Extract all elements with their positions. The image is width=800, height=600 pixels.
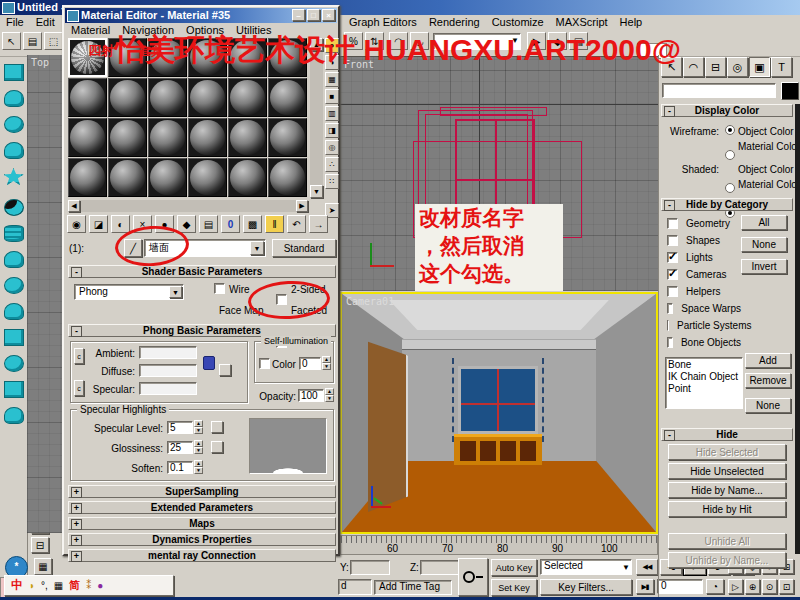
assign-material-to-selection-icon[interactable]: ◐ bbox=[111, 215, 130, 233]
star-icon[interactable] bbox=[4, 168, 24, 185]
menu-edit[interactable]: Edit bbox=[30, 15, 61, 29]
particle-systems-checkbox[interactable] bbox=[667, 320, 669, 331]
ime-keyboard-icon[interactable]: ▦ bbox=[54, 580, 63, 591]
display-color-rollout-header[interactable]: - Display Color bbox=[661, 104, 793, 117]
go-to-parent-icon[interactable]: ↶ bbox=[287, 215, 306, 233]
chevron-down-icon[interactable]: ▼ bbox=[250, 241, 264, 255]
ambient-diffuse-side-lock[interactable]: c bbox=[74, 348, 84, 364]
set-keys-button[interactable] bbox=[458, 558, 488, 596]
make-unique-icon[interactable]: ◆ bbox=[177, 215, 196, 233]
wire-checkbox[interactable] bbox=[214, 283, 225, 294]
add-list-button[interactable]: Add bbox=[745, 353, 791, 368]
material-sample-slot[interactable] bbox=[228, 78, 267, 117]
material-sample-slot[interactable] bbox=[148, 158, 187, 197]
ime-halfmoon-icon[interactable]: ◗ bbox=[29, 580, 35, 591]
material-sample-slot[interactable] bbox=[268, 118, 307, 157]
spindle-icon[interactable] bbox=[4, 142, 24, 159]
shading-dropdown[interactable]: Phong ▼ bbox=[74, 284, 184, 300]
material-id-channel-icon[interactable]: 0 bbox=[221, 215, 240, 233]
material-sample-slot[interactable] bbox=[68, 118, 107, 157]
expand-icon[interactable]: + bbox=[71, 503, 82, 514]
top-viewport[interactable]: Top bbox=[27, 55, 62, 533]
chevron-down-icon[interactable]: ▼ bbox=[169, 286, 182, 298]
chevron-down-icon[interactable]: ▼ bbox=[622, 563, 630, 572]
all-button[interactable]: All bbox=[741, 215, 787, 230]
opacity-field[interactable]: 100 bbox=[298, 389, 324, 402]
unhide-by-name-button[interactable]: Unhide by Name... bbox=[668, 552, 786, 568]
expand-icon[interactable]: + bbox=[71, 535, 82, 546]
tube-icon[interactable] bbox=[4, 277, 24, 294]
collapse-icon[interactable]: - bbox=[664, 200, 675, 211]
material-sample-slot[interactable] bbox=[228, 158, 267, 197]
ime-bar[interactable]: 中 ◗ °, ▦ 简 ⁑ ● bbox=[4, 575, 174, 596]
camera-viewport[interactable]: Camera01 bbox=[340, 292, 658, 534]
menu-maxscript[interactable]: MAXScript bbox=[550, 15, 614, 29]
maximize-button[interactable]: □ bbox=[307, 9, 320, 21]
key-mode-toggle[interactable]: ▶▮ bbox=[636, 579, 654, 594]
rollout-extended-parameters[interactable]: +Extended Parameters bbox=[68, 501, 336, 514]
tab-display[interactable]: ▣ bbox=[749, 57, 770, 77]
material-sample-slot[interactable] bbox=[68, 158, 107, 197]
specular-level-spinner[interactable]: ▲▼ bbox=[194, 420, 203, 434]
cameras-checkbox[interactable] bbox=[667, 269, 678, 280]
material-editor-title-bar[interactable]: Material Editor - Material #35 – □ × bbox=[65, 8, 337, 23]
tab-motion[interactable]: ◎ bbox=[727, 57, 748, 77]
collapse-icon[interactable]: - bbox=[71, 267, 82, 278]
glossiness-spinner[interactable]: ▲▼ bbox=[194, 440, 203, 454]
glossiness-field[interactable]: 25 bbox=[167, 441, 193, 454]
sample-uv-tiling-icon[interactable]: ■ bbox=[325, 89, 339, 104]
glossiness-map-button[interactable] bbox=[211, 441, 223, 453]
bone-objects-checkbox[interactable] bbox=[667, 337, 673, 348]
go-forward-to-sibling-icon[interactable]: → bbox=[309, 215, 328, 233]
hide-selected-button[interactable]: Hide Selected bbox=[668, 444, 786, 460]
select-object-icon[interactable]: ↖ bbox=[2, 32, 21, 50]
menu-file[interactable]: File bbox=[0, 15, 30, 29]
z-field[interactable] bbox=[420, 560, 460, 575]
material-sample-slot[interactable] bbox=[148, 118, 187, 157]
tab-utilities[interactable]: T bbox=[771, 57, 792, 77]
object-color-swatch[interactable] bbox=[781, 82, 799, 100]
space-warps-checkbox[interactable] bbox=[667, 303, 673, 314]
helpers-checkbox[interactable] bbox=[667, 286, 678, 297]
specular-level-map-button[interactable] bbox=[211, 421, 223, 433]
shirt-icon[interactable] bbox=[4, 90, 24, 107]
expand-icon[interactable]: + bbox=[71, 551, 82, 562]
invert-button[interactable]: Invert bbox=[741, 259, 787, 274]
collapse-icon[interactable]: - bbox=[71, 326, 82, 337]
none-list-button[interactable]: None bbox=[745, 398, 791, 413]
solid-box-icon[interactable] bbox=[4, 199, 24, 216]
shapes-checkbox[interactable] bbox=[667, 235, 678, 246]
wireframe-material-color-radio[interactable] bbox=[725, 150, 735, 160]
material-editor-options-icon[interactable]: ◎ bbox=[325, 140, 339, 155]
shaded-object-color-radio[interactable] bbox=[725, 183, 735, 193]
diffuse-specular-side-lock[interactable]: c bbox=[74, 380, 84, 396]
menu-help[interactable]: Help bbox=[614, 15, 649, 29]
selected-dropdown[interactable]: Selected ▼ bbox=[540, 559, 632, 575]
box-icon[interactable] bbox=[4, 64, 24, 81]
material-type-button[interactable]: Standard bbox=[272, 239, 336, 257]
diffuse-swatch[interactable] bbox=[139, 364, 197, 377]
hide-by-hit-button[interactable]: Hide by Hit bbox=[668, 501, 786, 517]
material-sample-slot[interactable] bbox=[268, 158, 307, 197]
elbow-icon[interactable] bbox=[4, 303, 24, 320]
material-sample-slot[interactable] bbox=[188, 118, 227, 157]
grid-icon[interactable] bbox=[4, 381, 24, 398]
get-material-icon[interactable]: ◉ bbox=[67, 215, 86, 233]
material-sample-slot[interactable] bbox=[268, 78, 307, 117]
lock-icon[interactable] bbox=[203, 356, 215, 370]
rectangular-selection-icon[interactable]: ⬚ bbox=[44, 32, 63, 50]
category-list-item[interactable]: Bone bbox=[668, 359, 740, 371]
timeline-ruler[interactable]: 60708090100 bbox=[340, 535, 658, 555]
y-field[interactable] bbox=[350, 560, 390, 575]
keyboard-override-icon[interactable]: ▦ bbox=[34, 558, 52, 575]
wireframe-object-color-radio[interactable] bbox=[725, 125, 735, 135]
me-menu-material[interactable]: Material bbox=[65, 23, 116, 37]
self-illum-spinner[interactable]: ▲▼ bbox=[322, 356, 331, 370]
menu-graph-editors[interactable]: Graph Editors bbox=[343, 15, 423, 29]
rollout-maps[interactable]: +Maps bbox=[68, 517, 336, 530]
ime-sparkle-icon[interactable]: ⁑ bbox=[86, 580, 91, 591]
ime-ball-icon[interactable]: ● bbox=[97, 580, 103, 591]
panel-scrollbar[interactable] bbox=[795, 104, 800, 554]
hide-by-name-button[interactable]: Hide by Name... bbox=[668, 482, 786, 498]
material-sample-slot[interactable] bbox=[68, 78, 107, 117]
